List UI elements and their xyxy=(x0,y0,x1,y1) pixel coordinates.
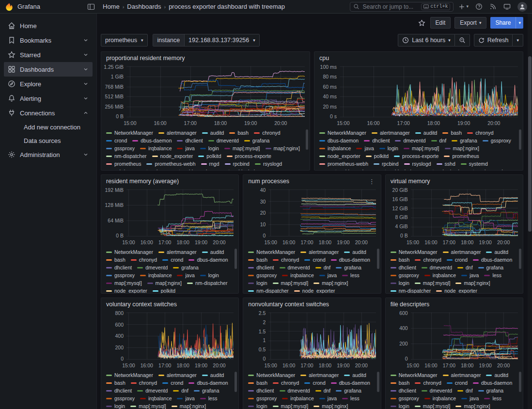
legend-item-less[interactable]: less xyxy=(342,395,360,402)
legend-item-gssproxy[interactable]: gssproxy xyxy=(391,272,419,279)
legend-item-chronyd[interactable]: chronyd xyxy=(467,129,493,136)
legend-item-chronyd[interactable]: chronyd xyxy=(254,129,280,136)
legend-item-dbus-daemon[interactable]: dbus-daemon xyxy=(188,379,228,386)
legend-item-login[interactable]: login xyxy=(391,403,409,409)
legend-item-dbus-daemon[interactable]: dbus-daemon xyxy=(319,137,359,144)
legend-item-systemd-udevd[interactable]: systemd-udevd xyxy=(417,168,459,170)
legend-item-map-mysql[interactable]: map[:mysql] xyxy=(106,280,142,286)
legend-item-networkmanager[interactable]: NetworkManager xyxy=(106,249,153,255)
legend-item-dbus-daemon[interactable]: dbus-daemon xyxy=(331,256,370,263)
legend-item-grafana[interactable]: grafana xyxy=(478,387,504,394)
legend-item-irqbalance[interactable]: irqbalance xyxy=(282,272,313,279)
export-button[interactable]: Export ▾ xyxy=(454,17,486,29)
legend-item-dnf[interactable]: dnf xyxy=(315,264,331,271)
legend-item-prometheus-webh[interactable]: prometheus-webh xyxy=(319,160,368,167)
legend-item-alertmanager[interactable]: alertmanager xyxy=(158,249,197,255)
legend-item-dnf[interactable]: dnf xyxy=(457,387,473,394)
legend-item-grafana[interactable]: grafana xyxy=(244,137,270,144)
legend-item-auditd[interactable]: auditd xyxy=(415,129,438,136)
legend-item-dnf[interactable]: dnf xyxy=(457,264,473,271)
legend-item-irqbalance[interactable]: irqbalance xyxy=(424,395,456,402)
instance-select[interactable]: 192.168.83.137:39256 ▾ xyxy=(184,34,259,46)
legend-item-vim[interactable]: vim xyxy=(491,168,507,170)
grafana-logo[interactable] xyxy=(5,2,14,11)
legend-item-nm-dispatcher[interactable]: nm-dispatcher xyxy=(391,287,431,293)
legend-item-java[interactable]: java xyxy=(319,272,337,279)
legend-item-alertmanager[interactable]: alertmanager xyxy=(300,249,339,255)
legend-item-chronyd[interactable]: chronyd xyxy=(415,379,441,386)
sidebar-item-administration[interactable]: Administration xyxy=(4,147,93,162)
panel-header[interactable]: cpu ⋮ xyxy=(314,52,523,64)
legend-item-node-exporter[interactable]: node_exporter xyxy=(294,287,335,293)
plot-area[interactable] xyxy=(126,311,234,361)
legend-item-bash[interactable]: bash xyxy=(442,129,462,136)
legend-item-grafana[interactable]: grafana xyxy=(336,387,361,394)
legend-item-dhclient[interactable]: dhclient xyxy=(391,387,416,394)
legend-item-map-nginx[interactable]: map[:nginx] xyxy=(147,280,182,286)
legend-scrollbar[interactable] xyxy=(519,129,521,150)
edit-button[interactable]: Edit xyxy=(430,17,451,29)
legend-item-nm-dispatcher[interactable]: nm-dispatcher xyxy=(106,153,147,159)
legend-item-dnf[interactable]: dnf xyxy=(315,387,331,394)
legend-item-networkmanager[interactable]: NetworkManager xyxy=(106,129,153,136)
legend-item-map-nginx[interactable]: map[:nginx] xyxy=(455,280,490,286)
legend-item-login[interactable]: login xyxy=(106,403,125,409)
legend-item-node-exporter[interactable]: node_exporter xyxy=(436,287,477,293)
user-avatar[interactable] xyxy=(517,2,527,12)
legend-item-bash[interactable]: bash xyxy=(391,379,410,386)
legend-item-rpcbind[interactable]: rpcbind xyxy=(374,160,398,167)
legend-item-node-exporter[interactable]: node_exporter xyxy=(319,153,360,159)
legend-item-crond[interactable]: crond xyxy=(447,379,468,386)
plot-area[interactable] xyxy=(411,188,518,238)
legend-item-prometheus[interactable]: prometheus xyxy=(444,153,479,159)
legend-item-networkmanager[interactable]: NetworkManager xyxy=(391,372,438,378)
refresh-button[interactable]: Refresh xyxy=(474,34,513,47)
legend-item-map-mysql[interactable]: map[:mysql] xyxy=(224,145,260,152)
legend-item-dhclient[interactable]: dhclient xyxy=(106,264,132,271)
legend-item-systemd[interactable]: systemd xyxy=(461,160,488,167)
legend-item-dhclient[interactable]: dhclient xyxy=(248,387,274,394)
legend-item-chronyd[interactable]: chronyd xyxy=(131,379,157,386)
legend-item-irqbalance[interactable]: irqbalance xyxy=(282,395,313,402)
legend-item-chronyd[interactable]: chronyd xyxy=(273,379,299,386)
search-input[interactable]: Search or jump to... ctrl+k xyxy=(350,2,454,12)
legend-item-dhclient[interactable]: dhclient xyxy=(364,137,390,144)
legend-item-alertmanager[interactable]: alertmanager xyxy=(158,129,197,136)
refresh-interval-picker[interactable]: ▾ xyxy=(513,34,523,47)
legend-item-alertmanager[interactable]: alertmanager xyxy=(158,372,197,378)
legend-item-nm-dispatcher[interactable]: nm-dispatcher xyxy=(187,280,228,286)
sidebar-item-data-sources[interactable]: Data sources xyxy=(4,134,93,147)
legend-scrollbar[interactable] xyxy=(306,129,308,150)
legend-item-irqbalance[interactable]: irqbalance xyxy=(140,272,172,279)
zoom-out-button[interactable] xyxy=(455,34,470,47)
share-button[interactable]: Share ▾ xyxy=(490,17,523,29)
legend-scrollbar[interactable] xyxy=(519,372,521,392)
legend-item-dmeventd[interactable]: dmeventd xyxy=(422,264,452,271)
legend-item-auditd[interactable]: auditd xyxy=(344,249,366,255)
panel-header[interactable]: num processes ⋮ xyxy=(243,175,380,188)
sidebar-item-alerting[interactable]: Alerting xyxy=(4,91,93,106)
legend-item-systemd-journal[interactable]: systemd-journal xyxy=(163,168,207,170)
legend-item-auditd[interactable]: auditd xyxy=(486,372,508,378)
legend-item-dbus-daemon[interactable]: dbus-daemon xyxy=(132,137,172,144)
legend-item-java[interactable]: java xyxy=(177,145,194,152)
legend-scrollbar[interactable] xyxy=(235,372,237,392)
legend-item-bash[interactable]: bash xyxy=(248,379,267,386)
legend-item-crond[interactable]: crond xyxy=(106,137,127,144)
legend-item-chronyd[interactable]: chronyd xyxy=(273,256,299,263)
plot-area[interactable] xyxy=(126,188,234,238)
legend-item-dmeventd[interactable]: dmeventd xyxy=(395,137,425,144)
legend-item-dnf[interactable]: dnf xyxy=(431,137,447,144)
legend-item-map-nginx[interactable]: map[:nginx] xyxy=(455,403,490,409)
legend-item-bash[interactable]: bash xyxy=(106,256,125,263)
panel-header[interactable]: virtual memory ⋮ xyxy=(386,175,523,188)
legend-item-auditd[interactable]: auditd xyxy=(202,129,224,136)
tv-icon[interactable] xyxy=(503,3,511,10)
legend-item-dbus-daemon[interactable]: dbus-daemon xyxy=(473,379,512,386)
legend-item-node-exporter[interactable]: node_exporter xyxy=(106,287,147,293)
legend-item-less[interactable]: less xyxy=(200,395,218,402)
legend-item-irqbalance[interactable]: irqbalance xyxy=(140,145,172,152)
legend-item-rngd[interactable]: rngd xyxy=(201,160,219,167)
legend-item-gssproxy[interactable]: gssproxy xyxy=(248,395,277,402)
sidebar-item-home[interactable]: Home xyxy=(4,18,93,33)
